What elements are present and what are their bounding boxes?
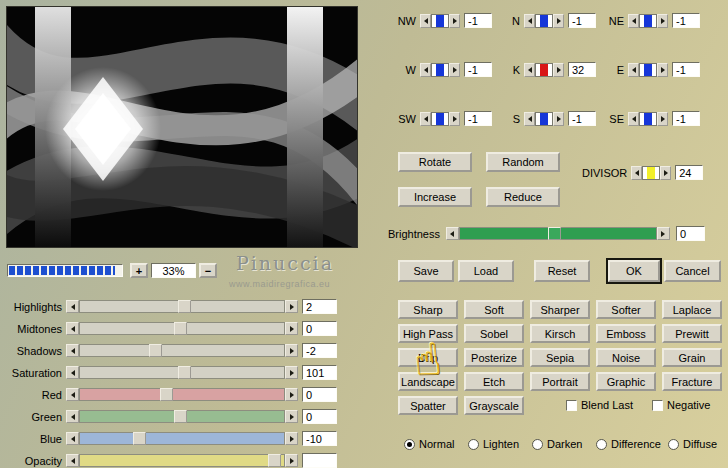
preset-button-laplace[interactable]: Laplace: [662, 300, 722, 319]
blend-mode-diffuse-radio[interactable]: Diffuse: [668, 438, 717, 450]
kernel-sw-value[interactable]: -1: [464, 111, 492, 126]
arrow-right-icon[interactable]: [285, 344, 298, 357]
kernel-n-slider[interactable]: [524, 14, 564, 28]
kernel-w-value[interactable]: -1: [464, 62, 492, 77]
slider-track[interactable]: [79, 322, 285, 335]
saturation-value[interactable]: 101: [302, 365, 337, 380]
arrow-right-icon[interactable]: [553, 63, 564, 77]
arrow-right-icon[interactable]: [285, 322, 298, 335]
brightness-value[interactable]: 0: [676, 226, 705, 241]
slider-track[interactable]: [639, 112, 657, 126]
kernel-s-slider[interactable]: [524, 112, 564, 126]
arrow-right-icon[interactable]: [449, 14, 460, 28]
slider-track[interactable]: [79, 410, 285, 423]
radio-selected-icon[interactable]: [404, 439, 415, 450]
slider-track[interactable]: [459, 227, 657, 240]
preset-button-sepia[interactable]: Sepia: [530, 348, 590, 367]
cancel-button[interactable]: Cancel: [664, 260, 721, 282]
slider-thumb[interactable]: [540, 113, 548, 125]
preset-button-soft[interactable]: Soft: [464, 300, 524, 319]
preset-button-fracture[interactable]: Fracture: [662, 372, 722, 391]
slider-thumb[interactable]: [178, 300, 191, 313]
kernel-nw-slider[interactable]: [420, 14, 460, 28]
kernel-n-value[interactable]: -1: [568, 13, 596, 28]
arrow-right-icon[interactable]: [285, 454, 298, 467]
red-slider[interactable]: [66, 388, 298, 401]
blend-mode-darken-radio[interactable]: Darken: [532, 438, 582, 450]
highlights-slider[interactable]: [66, 300, 298, 313]
arrow-left-icon[interactable]: [420, 14, 431, 28]
preset-button-graphic[interactable]: Graphic: [596, 372, 656, 391]
arrow-left-icon[interactable]: [524, 63, 535, 77]
arrow-right-icon[interactable]: [285, 366, 298, 379]
arrow-right-icon[interactable]: [657, 227, 670, 240]
slider-thumb[interactable]: [160, 388, 173, 401]
slider-track[interactable]: [535, 112, 553, 126]
arrow-left-icon[interactable]: [628, 14, 639, 28]
arrow-left-icon[interactable]: [628, 112, 639, 126]
arrow-right-icon[interactable]: [449, 63, 460, 77]
arrow-left-icon[interactable]: [420, 63, 431, 77]
arrow-left-icon[interactable]: [66, 322, 79, 335]
shadows-slider[interactable]: [66, 344, 298, 357]
kernel-s-value[interactable]: -1: [568, 111, 596, 126]
preset-button-sharp[interactable]: Sharp: [398, 300, 458, 319]
kernel-sw-slider[interactable]: [420, 112, 460, 126]
red-value[interactable]: 0: [302, 387, 337, 402]
arrow-right-icon[interactable]: [449, 112, 460, 126]
arrow-right-icon[interactable]: [285, 432, 298, 445]
slider-thumb[interactable]: [644, 15, 652, 27]
slider-track[interactable]: [79, 366, 285, 379]
slider-track[interactable]: [535, 63, 553, 77]
random-button[interactable]: Random: [486, 152, 560, 172]
slider-track[interactable]: [79, 388, 285, 401]
load-button[interactable]: Load: [458, 260, 514, 282]
slider-thumb[interactable]: [644, 64, 652, 76]
slider-thumb[interactable]: [436, 64, 444, 76]
slider-thumb[interactable]: [268, 454, 281, 467]
preset-button-softer[interactable]: Softer: [596, 300, 656, 319]
slider-track[interactable]: [79, 454, 285, 467]
divisor-value[interactable]: 24: [675, 165, 703, 180]
radio-icon[interactable]: [596, 439, 607, 450]
kernel-e-value[interactable]: -1: [672, 62, 700, 77]
blue-slider[interactable]: [66, 432, 298, 445]
arrow-left-icon[interactable]: [66, 454, 79, 467]
arrow-left-icon[interactable]: [446, 227, 459, 240]
preset-button-spatter[interactable]: Spatter: [398, 396, 458, 415]
kernel-nw-value[interactable]: -1: [464, 13, 492, 28]
slider-track[interactable]: [639, 14, 657, 28]
slider-thumb[interactable]: [133, 432, 146, 445]
checkbox-icon[interactable]: [652, 400, 663, 411]
slider-track[interactable]: [431, 63, 449, 77]
preset-button-prewitt[interactable]: Prewitt: [662, 324, 722, 343]
slider-track[interactable]: [79, 432, 285, 445]
preset-button-noise[interactable]: Noise: [596, 348, 656, 367]
arrow-right-icon[interactable]: [285, 410, 298, 423]
zoom-out-button[interactable]: −: [199, 263, 217, 278]
arrow-left-icon[interactable]: [66, 432, 79, 445]
kernel-k-value[interactable]: 32: [568, 62, 596, 77]
slider-track[interactable]: [79, 344, 285, 357]
radio-icon[interactable]: [668, 439, 679, 450]
zoom-level[interactable]: 33%: [151, 263, 196, 278]
rotate-button[interactable]: Rotate: [398, 152, 472, 172]
slider-thumb[interactable]: [548, 227, 561, 240]
arrow-left-icon[interactable]: [628, 63, 639, 77]
arrow-left-icon[interactable]: [631, 166, 642, 180]
slider-track[interactable]: [642, 166, 660, 180]
kernel-e-slider[interactable]: [628, 63, 668, 77]
preset-button-sharper[interactable]: Sharper: [530, 300, 590, 319]
brightness-slider[interactable]: [446, 227, 670, 240]
kernel-ne-value[interactable]: -1: [672, 13, 700, 28]
kernel-k-slider[interactable]: [524, 63, 564, 77]
arrow-left-icon[interactable]: [66, 388, 79, 401]
slider-thumb[interactable]: [540, 15, 548, 27]
slider-track[interactable]: [535, 14, 553, 28]
preset-button-etch[interactable]: Etch: [464, 372, 524, 391]
slider-thumb[interactable]: [174, 322, 187, 335]
radio-icon[interactable]: [468, 439, 479, 450]
reset-button[interactable]: Reset: [534, 260, 590, 282]
opacity-value[interactable]: [302, 453, 337, 468]
arrow-right-icon[interactable]: [657, 63, 668, 77]
